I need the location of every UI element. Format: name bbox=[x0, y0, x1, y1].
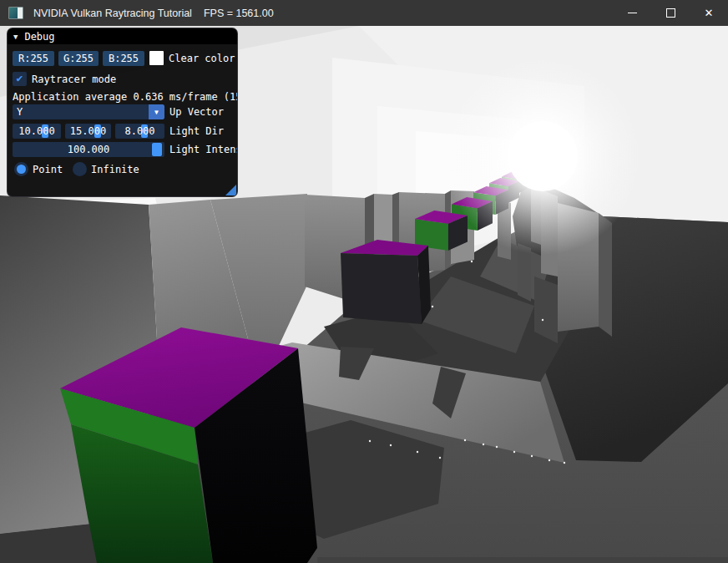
window-controls: ✕ bbox=[613, 0, 728, 26]
speck-dot bbox=[531, 455, 533, 457]
blue-value-button[interactable]: B:255 bbox=[103, 51, 144, 66]
window-title: NVIDIA Vulkan Raytracing Tutorial bbox=[33, 8, 192, 19]
light-dir-label: Light Dir bbox=[169, 124, 224, 139]
raytracer-checkbox[interactable]: ✔ bbox=[13, 72, 27, 86]
light-intensity-label: Light Intens bbox=[169, 142, 238, 157]
color-swatch[interactable] bbox=[149, 51, 164, 65]
speck-dot bbox=[496, 446, 498, 448]
debug-panel-titlebar[interactable]: ▼ Debug bbox=[8, 28, 237, 44]
speck-dot bbox=[417, 451, 418, 453]
speck-dot bbox=[464, 439, 466, 441]
speck-dot bbox=[439, 457, 441, 459]
up-vector-row: Y ▼ Up Vector bbox=[13, 104, 237, 119]
speck-dot bbox=[549, 459, 550, 461]
step-shadow-1 bbox=[534, 276, 558, 343]
minimize-icon bbox=[628, 13, 637, 13]
up-vector-label: Up Vector bbox=[169, 104, 224, 119]
radio-point[interactable] bbox=[14, 162, 28, 176]
up-vector-combo[interactable]: Y ▼ bbox=[13, 104, 164, 119]
raytracer-row: ✔ Raytracer mode bbox=[13, 72, 237, 87]
app-icon bbox=[8, 7, 23, 19]
speck-dot bbox=[513, 451, 515, 453]
speck-dot bbox=[564, 462, 565, 464]
floor-edge-strip bbox=[317, 557, 728, 563]
speck-dot bbox=[483, 444, 484, 445]
light-dir-x-value: 10.000 bbox=[13, 124, 61, 139]
perf-text: Application average 0.636 ms/frame (15 bbox=[13, 89, 238, 104]
combo-arrow-button[interactable]: ▼ bbox=[149, 104, 164, 119]
fps-counter: FPS = 1561.00 bbox=[204, 8, 274, 19]
clear-color-label: Clear color bbox=[169, 51, 235, 66]
light-dir-z-slider[interactable]: 8.000 bbox=[115, 124, 164, 139]
speck-dot bbox=[432, 306, 433, 307]
glow-core bbox=[508, 121, 578, 191]
red-value-button[interactable]: R:255 bbox=[13, 51, 54, 66]
middle-cube-front bbox=[341, 253, 422, 324]
debug-panel: ▼ Debug R:255 G:255 B:255 Clear color ✔ … bbox=[7, 28, 238, 197]
maximize-button[interactable] bbox=[651, 0, 690, 26]
window-titlebar: NVIDIA Vulkan Raytracing Tutorial FPS = … bbox=[0, 0, 728, 26]
raytracer-label: Raytracer mode bbox=[32, 72, 116, 87]
light-intensity-slider[interactable]: 100.000 bbox=[13, 142, 164, 157]
close-button[interactable]: ✕ bbox=[690, 0, 728, 26]
light-dir-x-slider[interactable]: 10.000 bbox=[13, 124, 61, 139]
radio-infinite-label: Infinite bbox=[91, 162, 139, 177]
light-dir-row: 10.000 15.000 8.000 Light Dir bbox=[13, 124, 237, 139]
clear-color-row: R:255 G:255 B:255 Clear color bbox=[13, 51, 237, 66]
speck-dot bbox=[542, 319, 543, 321]
light-intensity-value: 100.000 bbox=[13, 142, 164, 157]
speck-dot bbox=[390, 444, 392, 446]
light-dir-y-value: 15.000 bbox=[65, 124, 111, 139]
app-icon-right bbox=[18, 8, 23, 18]
perf-row: Application average 0.636 ms/frame (15 bbox=[13, 89, 237, 104]
light-type-row: Point Infinite bbox=[13, 162, 237, 177]
light-glow bbox=[444, 58, 641, 255]
chevron-down-icon: ▼ bbox=[154, 109, 159, 116]
speck-dot bbox=[471, 261, 473, 262]
minimize-button[interactable] bbox=[613, 0, 651, 26]
debug-panel-title: Debug bbox=[24, 31, 54, 43]
maximize-icon bbox=[666, 8, 675, 18]
light-dir-z-value: 8.000 bbox=[115, 124, 164, 139]
collapse-arrow-icon[interactable]: ▼ bbox=[13, 33, 18, 41]
up-vector-value: Y bbox=[17, 104, 23, 119]
app-icon-left bbox=[9, 8, 18, 18]
light-intensity-row: 100.000 Light Intens bbox=[13, 142, 237, 157]
resize-grip[interactable] bbox=[225, 185, 236, 195]
green-value-button[interactable]: G:255 bbox=[58, 51, 99, 66]
close-icon: ✕ bbox=[705, 8, 714, 18]
check-icon: ✔ bbox=[17, 72, 23, 84]
radio-point-label: Point bbox=[33, 162, 63, 177]
radio-infinite[interactable] bbox=[73, 162, 87, 176]
light-dir-y-slider[interactable]: 15.000 bbox=[65, 124, 111, 139]
speck-dot bbox=[369, 440, 371, 442]
